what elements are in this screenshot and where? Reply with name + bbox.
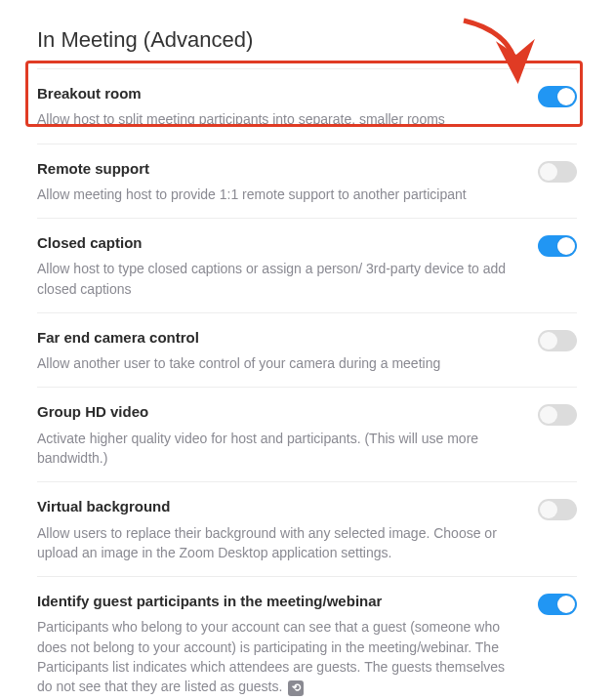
setting-description-text: Allow host to split meeting participants…	[37, 111, 445, 127]
toggle-closed-caption[interactable]	[538, 235, 577, 257]
toggle-knob	[540, 163, 557, 181]
settings-list: Breakout roomAllow host to split meeting…	[37, 68, 577, 700]
toggle-knob	[540, 406, 557, 424]
setting-text: Identify guest participants in the meeti…	[37, 592, 538, 696]
toggle-remote-support[interactable]	[538, 161, 577, 183]
toggle-far-end-camera-control[interactable]	[538, 330, 577, 351]
setting-description-text: Activate higher quality video for host a…	[37, 431, 478, 466]
toggle-identify-guest-participants[interactable]	[538, 594, 577, 615]
setting-text: Virtual backgroundAllow users to replace…	[37, 497, 538, 562]
setting-description-text: Allow meeting host to provide 1:1 remote…	[37, 186, 467, 202]
setting-description: Allow host to type closed captions or as…	[37, 259, 518, 299]
setting-title: Closed caption	[37, 233, 518, 253]
setting-text: Group HD videoActivate higher quality vi…	[37, 402, 538, 468]
setting-description: Allow users to replace their background …	[37, 523, 518, 563]
setting-description-text: Allow another user to take control of yo…	[37, 355, 440, 371]
section-title: In Meeting (Advanced)	[37, 27, 577, 53]
setting-description: Allow meeting host to provide 1:1 remote…	[37, 185, 518, 204]
setting-title: Group HD video	[37, 402, 518, 422]
toggle-knob	[540, 501, 557, 518]
setting-text: Far end camera controlAllow another user…	[37, 328, 538, 374]
toggle-group-hd-video[interactable]	[538, 404, 577, 426]
setting-description: Activate higher quality video for host a…	[37, 429, 518, 469]
setting-text: Remote supportAllow meeting host to prov…	[37, 159, 538, 205]
toggle-knob	[557, 596, 575, 613]
setting-breakout-room: Breakout roomAllow host to split meeting…	[37, 68, 577, 144]
setting-closed-caption: Closed captionAllow host to type closed …	[37, 218, 577, 312]
setting-title: Breakout room	[37, 84, 518, 103]
setting-text: Closed captionAllow host to type closed …	[37, 233, 538, 299]
setting-description-text: Allow host to type closed captions or as…	[37, 261, 506, 296]
setting-identify-guest-participants: Identify guest participants in the meeti…	[37, 576, 577, 700]
setting-description: Allow host to split meeting participants…	[37, 109, 518, 129]
setting-title: Far end camera control	[37, 328, 518, 348]
setting-description: Participants who belong to your account …	[37, 617, 518, 696]
setting-virtual-background: Virtual backgroundAllow users to replace…	[37, 481, 577, 576]
setting-far-end-camera-control: Far end camera controlAllow another user…	[37, 312, 577, 388]
setting-title: Identify guest participants in the meeti…	[37, 592, 518, 611]
setting-title: Virtual background	[37, 497, 518, 516]
setting-description-text: Allow users to replace their background …	[37, 525, 497, 560]
toggle-knob	[557, 88, 575, 105]
setting-title: Remote support	[37, 159, 518, 179]
setting-description: Allow another user to take control of yo…	[37, 353, 518, 373]
toggle-knob	[557, 237, 575, 255]
setting-remote-support: Remote supportAllow meeting host to prov…	[37, 144, 577, 219]
setting-text: Breakout roomAllow host to split meeting…	[37, 84, 538, 130]
setting-group-hd-video: Group HD videoActivate higher quality vi…	[37, 387, 577, 481]
setting-description-text: Participants who belong to your account …	[37, 619, 505, 694]
reset-icon[interactable]: ⟲	[288, 680, 304, 696]
toggle-virtual-background[interactable]	[538, 499, 577, 520]
toggle-knob	[540, 332, 557, 350]
toggle-breakout-room[interactable]	[538, 86, 577, 107]
